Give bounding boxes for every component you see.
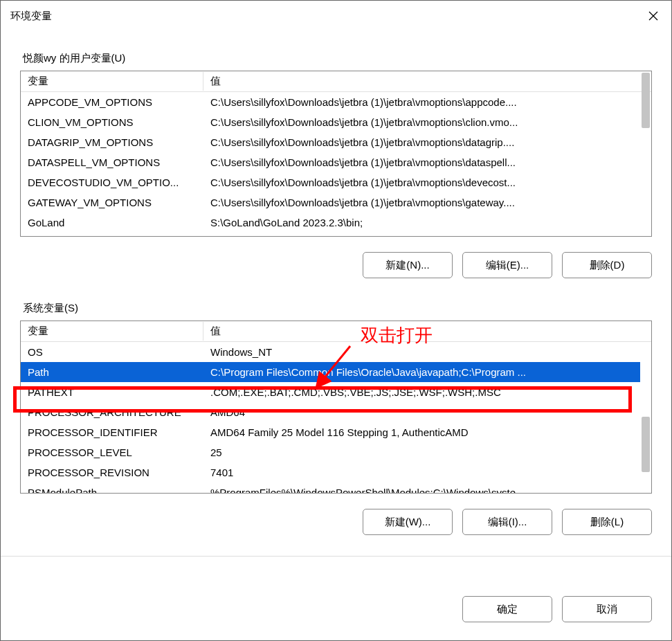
col-header-value[interactable]: 值 — [203, 322, 651, 341]
col-header-variable[interactable]: 变量 — [21, 72, 203, 91]
cell-value: %ProgramFiles%\WindowsPowerShell\Modules… — [203, 487, 640, 493]
table-row[interactable]: PATHEXT.COM;.EXE;.BAT;.CMD;.VBS;.VBE;.JS… — [21, 382, 640, 402]
system-edit-button[interactable]: 编辑(I)... — [462, 509, 552, 535]
cell-value: 7401 — [203, 467, 640, 478]
cell-variable: OS — [21, 346, 203, 358]
cell-value: 25 — [203, 446, 640, 458]
system-vars-buttons: 新建(W)... 编辑(I)... 删除(L) — [20, 509, 652, 535]
cell-variable: CLION_VM_OPTIONS — [21, 116, 203, 128]
cell-value: C:\Users\sillyfox\Downloads\jetbra (1)\j… — [203, 177, 640, 188]
table-row[interactable]: CLION_VM_OPTIONSC:\Users\sillyfox\Downlo… — [21, 112, 640, 132]
col-header-variable[interactable]: 变量 — [21, 322, 203, 341]
table-row[interactable]: DATAGRIP_VM_OPTIONSC:\Users\sillyfox\Dow… — [21, 132, 640, 152]
cell-variable: Path — [21, 366, 203, 378]
cell-variable: PSModulePath — [21, 487, 203, 493]
window-title: 环境变量 — [10, 10, 52, 23]
cell-value: AMD64 Family 25 Model 116 Stepping 1, Au… — [203, 426, 640, 438]
table-row[interactable]: GATEWAY_VM_OPTIONSC:\Users\sillyfox\Down… — [21, 192, 640, 213]
system-vars-label: 系统变量(S) — [23, 302, 652, 315]
cell-variable: DATASPELL_VM_OPTIONS — [21, 156, 203, 168]
close-icon — [648, 10, 659, 21]
cell-variable: PROCESSOR_LEVEL — [21, 446, 203, 458]
cell-value: C:\Users\sillyfox\Downloads\jetbra (1)\j… — [203, 96, 640, 108]
ok-button[interactable]: 确定 — [462, 596, 552, 622]
divider — [1, 556, 671, 557]
system-new-button[interactable]: 新建(W)... — [363, 509, 453, 535]
cancel-button[interactable]: 取消 — [562, 596, 652, 622]
titlebar: 环境变量 — [1, 1, 671, 31]
table-row[interactable]: GoLandS:\GoLand\GoLand 2023.2.3\bin; — [21, 213, 640, 233]
list-header: 变量 值 — [21, 321, 651, 342]
cell-value: C:\Users\sillyfox\Downloads\jetbra (1)\j… — [203, 136, 640, 148]
dialog-content: 悦颜wy 的用户变量(U) 变量 值 APPCODE_VM_OPTIONSC:\… — [1, 31, 671, 557]
cell-variable: GATEWAY_VM_OPTIONS — [21, 197, 203, 208]
cell-value: S:\GoLand\GoLand 2023.2.3\bin; — [203, 217, 640, 228]
table-row[interactable]: PROCESSOR_IDENTIFIERAMD64 Family 25 Mode… — [21, 422, 640, 442]
cell-value: AMD64 — [203, 406, 640, 418]
table-row[interactable]: PSModulePath%ProgramFiles%\WindowsPowerS… — [21, 482, 640, 493]
user-vars-buttons: 新建(N)... 编辑(E)... 删除(D) — [20, 252, 652, 278]
scrollbar-thumb[interactable] — [642, 417, 650, 472]
table-row[interactable]: APPCODE_VM_OPTIONSC:\Users\sillyfox\Down… — [21, 92, 640, 112]
table-row[interactable]: PathC:\Program Files\Common Files\Oracle… — [21, 362, 640, 382]
scrollbar-thumb[interactable] — [642, 73, 650, 128]
list-header: 变量 值 — [21, 71, 651, 92]
cell-value: C:\Program Files\Common Files\Oracle\Jav… — [203, 366, 640, 378]
user-vars-list[interactable]: 变量 值 APPCODE_VM_OPTIONSC:\Users\sillyfox… — [20, 71, 652, 237]
cell-variable: GoLand — [21, 217, 203, 228]
env-var-dialog: 环境变量 悦颜wy 的用户变量(U) 变量 值 APPCODE_VM_OPTIO… — [0, 0, 672, 641]
system-vars-list[interactable]: 变量 值 OSWindows_NTPathC:\Program Files\Co… — [20, 320, 652, 494]
table-row[interactable]: PROCESSOR_LEVEL25 — [21, 442, 640, 462]
table-row[interactable]: GOLAND_VM_OPTIONSC:\Users\sillyfox\Downl… — [21, 233, 640, 236]
cell-value: .COM;.EXE;.BAT;.CMD;.VBS;.VBE;.JS;.JSE;.… — [203, 386, 640, 398]
cell-variable: APPCODE_VM_OPTIONS — [21, 96, 203, 108]
cell-variable: PROCESSOR_REVISION — [21, 467, 203, 478]
table-row[interactable]: DATASPELL_VM_OPTIONSC:\Users\sillyfox\Do… — [21, 152, 640, 172]
cell-value: Windows_NT — [203, 346, 640, 358]
list-rows: OSWindows_NTPathC:\Program Files\Common … — [21, 342, 640, 493]
system-delete-button[interactable]: 删除(L) — [562, 509, 652, 535]
user-delete-button[interactable]: 删除(D) — [562, 252, 652, 278]
cell-value: C:\Users\sillyfox\Downloads\jetbra (1)\j… — [203, 116, 640, 128]
col-header-value[interactable]: 值 — [203, 72, 651, 91]
close-button[interactable] — [645, 8, 662, 24]
cell-value: C:\Users\sillyfox\Downloads\jetbra (1)\j… — [203, 156, 640, 168]
user-new-button[interactable]: 新建(N)... — [363, 252, 453, 278]
cell-value: C:\Users\sillyfox\Downloads\jetbra (1)\j… — [203, 197, 640, 208]
list-rows: APPCODE_VM_OPTIONSC:\Users\sillyfox\Down… — [21, 92, 640, 236]
table-row[interactable]: OSWindows_NT — [21, 342, 640, 362]
table-row[interactable]: DEVECOSTUDIO_VM_OPTIO...C:\Users\sillyfo… — [21, 172, 640, 192]
table-row[interactable]: PROCESSOR_ARCHITECTUREAMD64 — [21, 402, 640, 422]
user-vars-label: 悦颜wy 的用户变量(U) — [23, 52, 652, 65]
user-edit-button[interactable]: 编辑(E)... — [462, 252, 552, 278]
cell-variable: DATAGRIP_VM_OPTIONS — [21, 136, 203, 148]
table-row[interactable]: PROCESSOR_REVISION7401 — [21, 462, 640, 482]
cell-variable: DEVECOSTUDIO_VM_OPTIO... — [21, 177, 203, 188]
cell-variable: PROCESSOR_IDENTIFIER — [21, 426, 203, 438]
cell-variable: PATHEXT — [21, 386, 203, 398]
dialog-footer: 确定 取消 — [462, 596, 652, 622]
cell-variable: PROCESSOR_ARCHITECTURE — [21, 406, 203, 418]
